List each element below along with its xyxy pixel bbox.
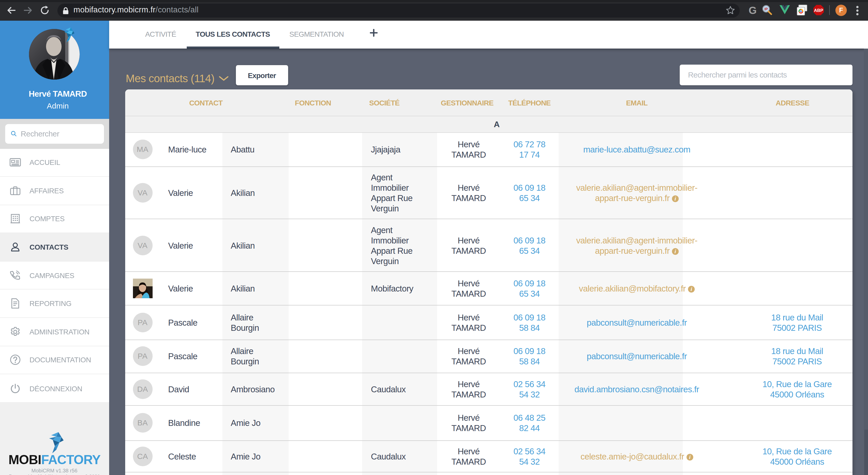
svg-text:IP: IP <box>764 7 768 11</box>
svg-text:ABP: ABP <box>814 8 823 13</box>
